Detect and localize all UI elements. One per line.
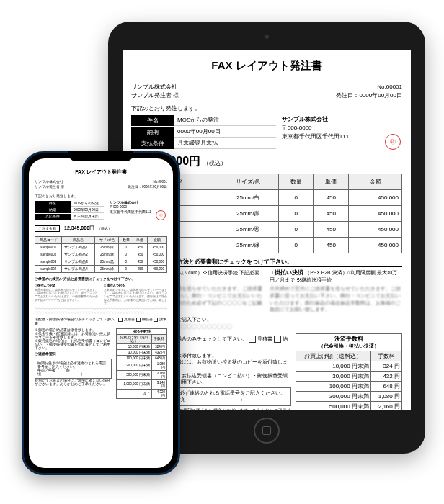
checkbox-delivery[interactable] xyxy=(136,318,141,322)
delivery-value: 0000年00月00日 xyxy=(174,127,276,138)
tablet-home-button[interactable] xyxy=(254,418,280,444)
supplier-postal: 〒000-0000 xyxy=(282,124,402,132)
subject-label: 件名 xyxy=(131,115,174,126)
delivery-label: 納期 xyxy=(131,127,174,138)
info-grid: 件名MOSからの発注 納期0000年00月00日 支払条件月末締翌月末払 サンプ… xyxy=(131,115,402,150)
issue-date-label: 発注日： xyxy=(336,92,359,99)
doc-title: FAX レイアウト発注書 xyxy=(35,168,167,176)
order-no: 00001 xyxy=(386,84,402,90)
checkbox-invoice[interactable] xyxy=(154,318,158,322)
phone-device: FAX レイアウト発注書 サンプル株式会社 サンプル発注者 様 No.00001… xyxy=(22,151,180,475)
terms-value: 月末締翌月末払 xyxy=(174,138,276,149)
th-amount: 金額 xyxy=(349,174,402,190)
doc-header: サンプル株式会社 サンプル発注者 様 No.00001 発注日：0000年00月… xyxy=(131,83,402,100)
th-qty: 数量 xyxy=(278,174,314,190)
supplier-address: 東京都千代田区千代田111 xyxy=(282,132,402,141)
stamp-icon: ㊞ xyxy=(156,210,166,220)
order-no-label: No. xyxy=(377,84,386,90)
order-note: 下記のとおり発注します。 xyxy=(131,104,402,112)
table-row: sample003サンプル商品325mm/黒0450450,000 xyxy=(35,258,167,265)
terms-label: 支払条件 xyxy=(131,138,174,149)
customer-person: サンプル発注者 様 xyxy=(35,185,64,190)
customer-person: サンプル発注者 様 xyxy=(131,91,179,100)
inst-head[interactable]: □ 掛払い決済 xyxy=(270,269,303,276)
phone-screen: FAX レイアウト発注書 サンプル株式会社 サンプル発注者 様 No.00001… xyxy=(29,158,173,468)
doc-title: FAX レイアウト発注書 xyxy=(131,59,402,73)
stamp-icon: ㊞ xyxy=(385,134,401,150)
checkbox-delivery[interactable] xyxy=(274,336,281,343)
customer-company: サンプル株式会社 xyxy=(131,83,179,91)
th-size: サイズ/色 xyxy=(218,174,278,190)
subject-value: MOSからの発注 xyxy=(174,115,276,126)
phone-notch xyxy=(68,151,133,161)
fee-caption: 決済手数料（代金引換・後払い決済） xyxy=(296,333,402,351)
customer-company: サンプル株式会社 xyxy=(35,180,64,185)
table-row: sample002サンプル商品225mm/赤0450450,000 xyxy=(35,251,167,258)
supplier-company: サンプル株式会社 xyxy=(282,115,402,124)
checkbox-quote[interactable] xyxy=(249,336,256,343)
subtotal-tax: （税込） xyxy=(203,159,226,167)
inst-body: 月末締めで翌月にご請求書を送らせていただきます。ご請求書に従ってお支払い下さい。… xyxy=(270,285,402,313)
contact-label: ご連絡希望日 xyxy=(35,352,112,356)
fees-table: お買上げ額（送料込）手数料 10,000 円未満324 円 30,000 円未満… xyxy=(296,351,402,410)
table-row: sample004サンプル商品425mm/緑0450450,000 xyxy=(35,265,167,272)
table-row: sample001サンプル商品125mm/白0450450,000 xyxy=(35,243,167,251)
th-price: 単価 xyxy=(314,174,349,190)
items-table: 商品コード 商品名 サイズ/色 数量 単価 金額 sample001サンプル商品… xyxy=(35,236,167,273)
issue-date: 0000年00月00日 xyxy=(359,92,402,99)
tablet-camera xyxy=(265,35,269,39)
checkbox-quote[interactable] xyxy=(118,318,123,322)
